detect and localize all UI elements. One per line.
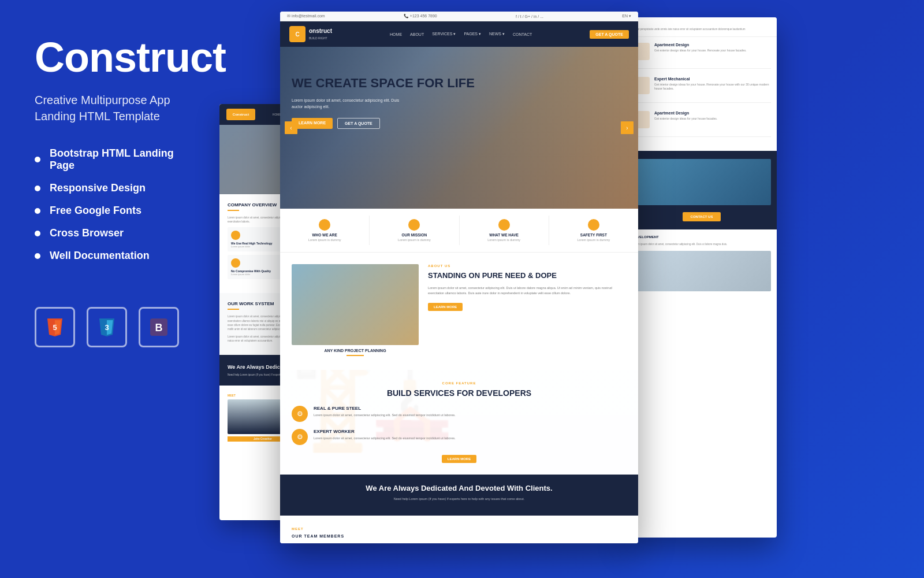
feature-item-4: Cross Browser bbox=[35, 227, 193, 239]
bootstrap-icon: B bbox=[149, 317, 169, 337]
ms-hero: ‹ WE CREATE SPACE FOR LIFE Lorem ipsum d… bbox=[280, 47, 638, 209]
tech-badges: 5 3 B bbox=[35, 307, 193, 347]
rs-feature-info-3: Apartment Design Get exterior design ide… bbox=[654, 111, 717, 121]
ls-work-line bbox=[228, 309, 239, 310]
ms-get-quote-btn[interactable]: GET A QUOTE bbox=[590, 30, 629, 39]
ms-get-quote-btn2[interactable]: GET A QUOTE bbox=[337, 118, 380, 129]
left-panel: Construct Creative Multipurpose App Land… bbox=[0, 0, 222, 578]
ms-hero-title: WE CREATE SPACE FOR LIFE bbox=[292, 76, 627, 91]
ms-arrow-left[interactable]: ‹ bbox=[285, 121, 297, 134]
ms-services: CORE FEATURE BUILD SERVICES FOR DEVELOPE… bbox=[280, 370, 638, 475]
ms-about-img-wrapper: ANY KIND PROJECT PLANNING bbox=[292, 264, 419, 358]
ms-nav-services[interactable]: SERVICES ▾ bbox=[432, 32, 456, 36]
ms-stat-icon-3 bbox=[498, 219, 510, 231]
ms-logo-icon: C bbox=[289, 26, 305, 42]
rs-bottom-text: Lorem ipsum dolor sit amet, consectetur … bbox=[632, 242, 771, 246]
ms-service-text-2: Lorem ipsum dolor sit amet, consectetur … bbox=[314, 436, 456, 440]
ms-stat-1: WHO WE ARE Lorem ipsum is dummy bbox=[280, 216, 370, 245]
feature-item-1: Bootstrap HTML Landing Page bbox=[35, 147, 193, 172]
page-wrapper: Construct Creative Multipurpose App Land… bbox=[0, 0, 924, 578]
ms-service-1: REAL & PURE STEEL Lorem ipsum dolor sit … bbox=[292, 406, 627, 422]
ms-social: f / t / G+ / in / ... bbox=[516, 14, 543, 18]
ms-nav-pages[interactable]: PAGES ▾ bbox=[464, 32, 481, 36]
bootstrap-badge: B bbox=[139, 307, 179, 347]
ms-hero-text: Lorem ipsum dolor sit amet, consectetur … bbox=[292, 98, 407, 110]
ms-nav-news[interactable]: NEWS ▾ bbox=[489, 32, 505, 36]
ms-team-header: MEET OUR TEAM MEMBERS bbox=[292, 527, 627, 538]
rs-feature-3: Apartment Design Get exterior design ide… bbox=[632, 111, 771, 137]
ms-service-name-2: EXPERT WORKER bbox=[314, 429, 456, 434]
ms-stat-icon-1 bbox=[319, 219, 330, 231]
rs-header: S sed ut perspiciatis unde omnis iste na… bbox=[627, 17, 777, 37]
rs-contact-btn[interactable]: CONTACT US bbox=[683, 212, 721, 221]
ms-hero-content: WE CREATE SPACE FOR LIFE Lorem ipsum dol… bbox=[280, 47, 638, 140]
bullet-icon bbox=[35, 157, 40, 162]
ms-stat-3: WHAT WE HAVE Lorem ipsum is dummy bbox=[460, 216, 549, 245]
rs-feature-title-3: Apartment Design bbox=[654, 111, 717, 115]
css3-badge: 3 bbox=[87, 307, 127, 347]
ms-email: ✉ info@testmail.com bbox=[287, 14, 325, 18]
ms-learn-more-btn[interactable]: LEARN MORE bbox=[292, 118, 333, 129]
ms-services-header: CORE FEATURE BUILD SERVICES FOR DEVELOPE… bbox=[292, 381, 627, 398]
css3-icon: 3 bbox=[97, 317, 117, 337]
ms-service-name-1: REAL & PURE STEEL bbox=[314, 406, 456, 411]
svg-text:B: B bbox=[155, 322, 163, 334]
bullet-icon bbox=[35, 208, 40, 214]
html5-badge: 5 bbox=[35, 307, 75, 347]
ms-stat-4: SAFETY FIRST Lorem ipsum is dummy bbox=[549, 216, 638, 245]
ms-arrow-right[interactable]: › bbox=[621, 121, 634, 134]
features-list: Bootstrap HTML Landing Page Responsive D… bbox=[35, 147, 193, 272]
html5-icon: 5 bbox=[45, 317, 65, 337]
feature-item-3: Free Google Fonts bbox=[35, 205, 193, 217]
rs-feature-text-3: Get exterior design ideas for your house… bbox=[654, 117, 717, 121]
rs-feature-1: Apartment Design Get exterior design ide… bbox=[632, 43, 771, 69]
rs-dark-section: CONTACT US bbox=[627, 151, 777, 229]
ms-about-img bbox=[292, 264, 419, 345]
ls-grid-icon-1 bbox=[231, 231, 240, 240]
ms-team: MEET OUR TEAM MEMBERS John Crowther Jeff… bbox=[280, 516, 638, 543]
ls-grid-icon-3 bbox=[231, 258, 240, 268]
product-subtitle: Creative Multipurpose App Landing HTML T… bbox=[35, 92, 193, 124]
ms-service-info-2: EXPERT WORKER Lorem ipsum dolor sit amet… bbox=[314, 429, 456, 440]
ls-section-line bbox=[228, 210, 239, 211]
rs-header-text: sed ut perspiciatis unde omnis iste natu… bbox=[632, 28, 771, 32]
ms-topbar: ✉ info@testmail.com 📞 +123 456 7890 f / … bbox=[280, 12, 638, 21]
ms-nav-contact[interactable]: CONTACT bbox=[513, 32, 532, 36]
ms-nav-about[interactable]: ABOUT bbox=[410, 32, 424, 36]
rs-feature-text-1: Get exterior design ideas for your house… bbox=[654, 49, 747, 53]
ls-logo-text: Construct bbox=[230, 113, 251, 116]
ms-cta-text: Need help Lorem ipsum (If you have) If e… bbox=[292, 497, 627, 501]
ms-about-link[interactable]: LEARN MORE bbox=[428, 303, 463, 311]
ms-about-text: Lorem ipsum dolor sit amet, consectetur … bbox=[428, 286, 627, 296]
screenshot-main: ✉ info@testmail.com 📞 +123 456 7890 f / … bbox=[280, 12, 638, 543]
rs-bottom-title: Development bbox=[632, 235, 771, 239]
feature-item-5: Well Documentation bbox=[35, 250, 193, 262]
rs-feature-info-2: Expert Mechanical Get interior design id… bbox=[654, 77, 771, 91]
ms-services-btn[interactable]: LEARN MORE bbox=[442, 455, 476, 463]
feature-item-2: Responsive Design bbox=[35, 182, 193, 194]
ms-services-tag: CORE FEATURE bbox=[292, 381, 627, 385]
ms-cta: We Are Always Dedicated And Devoted With… bbox=[280, 475, 638, 516]
rs-feature-text-2: Get interior design ideas for your house… bbox=[654, 83, 771, 91]
right-panel: Construct HOME ABOUT SERVICES PAGES GET … bbox=[222, 0, 924, 578]
ms-stat-text-4: Lorem ipsum is dummy bbox=[554, 238, 634, 242]
rs-header-title: S bbox=[632, 22, 771, 26]
ms-stat-icon-4 bbox=[588, 219, 599, 231]
rs-bottom-section: Development Lorem ipsum dolor sit amet, … bbox=[627, 229, 777, 297]
ms-cta-title: We Are Always Dedicated And Devoted With… bbox=[292, 484, 627, 492]
ms-service-icon-2 bbox=[292, 429, 308, 445]
rs-feature-info-1: Apartment Design Get exterior design ide… bbox=[654, 43, 747, 53]
rs-bottom-img bbox=[632, 251, 771, 291]
ms-phone: 📞 +123 456 7890 bbox=[404, 14, 437, 18]
ms-service-2: EXPERT WORKER Lorem ipsum dolor sit amet… bbox=[292, 429, 627, 445]
ms-about: ANY KIND PROJECT PLANNING ABOUT US STAND… bbox=[280, 253, 638, 370]
ms-service-icon-1 bbox=[292, 406, 308, 422]
ms-team-tag: MEET bbox=[292, 527, 627, 531]
svg-text:5: 5 bbox=[53, 323, 57, 332]
rs-feature-title-2: Expert Mechanical bbox=[654, 77, 771, 81]
ms-nav-home[interactable]: HOME bbox=[390, 32, 402, 36]
bullet-icon bbox=[35, 231, 40, 236]
rs-bridge-img bbox=[632, 159, 771, 205]
bullet-icon bbox=[35, 186, 40, 191]
ms-stat-title-1: WHO WE ARE bbox=[285, 233, 364, 237]
